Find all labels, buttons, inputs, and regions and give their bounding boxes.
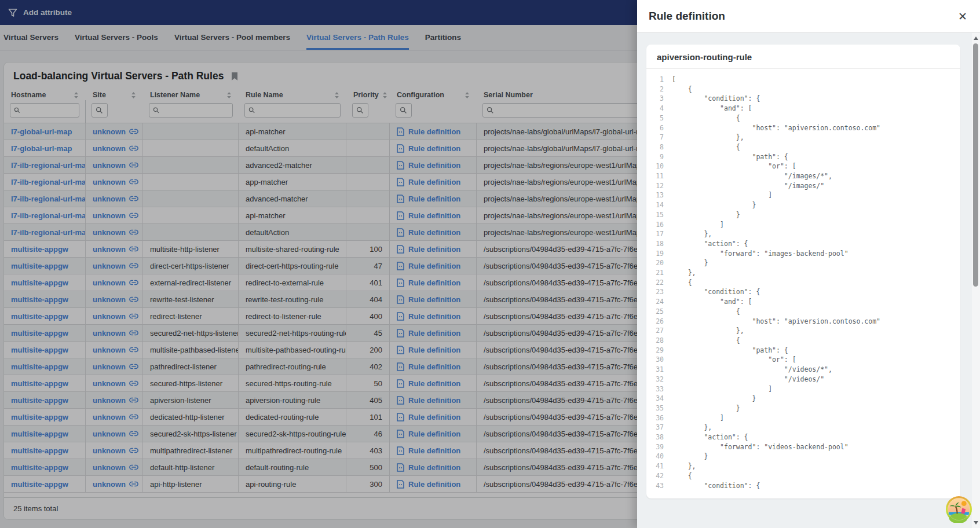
code-line: 8 { bbox=[646, 142, 960, 152]
line-number: 3 bbox=[646, 94, 672, 104]
line-number: 13 bbox=[646, 190, 672, 200]
line-number: 43 bbox=[646, 481, 672, 491]
panel-body: apiversion-routing-rule 1[2 {3 "conditio… bbox=[637, 33, 980, 528]
close-icon[interactable]: ✕ bbox=[958, 11, 967, 22]
code-line: 43 "condition": { bbox=[646, 481, 960, 491]
line-number: 1 bbox=[646, 75, 672, 85]
line-number: 25 bbox=[646, 307, 672, 317]
code-line: 35 } bbox=[646, 404, 960, 413]
line-number: 32 bbox=[646, 375, 672, 384]
line-number: 20 bbox=[646, 258, 672, 268]
code-line: 26 "host": "apiversion.contoso.com" bbox=[646, 317, 960, 327]
rule-code-card: apiversion-routing-rule 1[2 {3 "conditio… bbox=[646, 45, 960, 498]
line-number: 39 bbox=[646, 442, 672, 452]
line-number: 37 bbox=[646, 423, 672, 432]
code-line: 33 ] bbox=[646, 384, 960, 394]
line-number: 24 bbox=[646, 297, 672, 307]
line-number: 36 bbox=[646, 413, 672, 423]
code-line: 1[ bbox=[646, 75, 960, 85]
scrollbar-thumb[interactable] bbox=[973, 43, 978, 287]
code-line: 31 "/videos/*", bbox=[646, 365, 960, 375]
code-line: 10 "or": [ bbox=[646, 162, 960, 171]
line-number: 8 bbox=[646, 142, 672, 152]
line-number: 11 bbox=[646, 171, 672, 181]
code-line: 36 ] bbox=[646, 413, 960, 423]
line-number: 18 bbox=[646, 239, 672, 249]
line-number: 35 bbox=[646, 404, 672, 413]
line-number: 17 bbox=[646, 229, 672, 239]
line-number: 7 bbox=[646, 133, 672, 142]
code-line: 6 "host": "apiversion.contoso.com" bbox=[646, 123, 960, 133]
code-line: 41 }, bbox=[646, 461, 960, 471]
scroll-up-icon[interactable] bbox=[974, 36, 978, 40]
code-line: 14 } bbox=[646, 200, 960, 210]
code-line: 23 "condition": { bbox=[646, 287, 960, 297]
code-line: 40 } bbox=[646, 452, 960, 461]
line-number: 12 bbox=[646, 181, 672, 191]
line-number: 22 bbox=[646, 278, 672, 288]
code-line: 18 "action": { bbox=[646, 239, 960, 249]
code-line: 25 { bbox=[646, 307, 960, 317]
line-number: 28 bbox=[646, 336, 672, 346]
code-line: 32 "/videos/" bbox=[646, 375, 960, 384]
line-number: 38 bbox=[646, 432, 672, 442]
line-number: 15 bbox=[646, 210, 672, 220]
code-line: 24 "and": [ bbox=[646, 297, 960, 307]
line-number: 21 bbox=[646, 268, 672, 278]
panel-header: Rule definition ✕ bbox=[637, 0, 980, 33]
island-sticker bbox=[945, 496, 972, 523]
code-line: 7 }, bbox=[646, 133, 960, 142]
line-number: 19 bbox=[646, 249, 672, 259]
code-line: 11 "/images/*", bbox=[646, 171, 960, 181]
panel-scrollbar[interactable] bbox=[972, 33, 980, 528]
code-line: 37 }, bbox=[646, 423, 960, 432]
line-number: 5 bbox=[646, 113, 672, 123]
code-line: 4 "and": [ bbox=[646, 104, 960, 113]
code-line: 29 "path": { bbox=[646, 346, 960, 355]
code-line: 15 } bbox=[646, 210, 960, 220]
code-line: 17 }, bbox=[646, 229, 960, 239]
code-line: 9 "path": { bbox=[646, 152, 960, 162]
code-line: 30 "or": [ bbox=[646, 355, 960, 365]
code-line: 39 "forward": "videos-backend-pool" bbox=[646, 442, 960, 452]
code-line: 3 "condition": { bbox=[646, 94, 960, 104]
line-number: 10 bbox=[646, 162, 672, 171]
code-line: 16 ] bbox=[646, 220, 960, 230]
code-line: 13 ] bbox=[646, 190, 960, 200]
rule-name-heading: apiversion-routing-rule bbox=[646, 45, 960, 69]
code-line: 22 { bbox=[646, 278, 960, 288]
line-number: 42 bbox=[646, 471, 672, 481]
line-number: 34 bbox=[646, 394, 672, 404]
line-number: 6 bbox=[646, 123, 672, 133]
line-number: 41 bbox=[646, 461, 672, 471]
line-number: 30 bbox=[646, 355, 672, 365]
code-line: 19 "forward": "images-backend-pool" bbox=[646, 249, 960, 259]
code-line: 38 "action": { bbox=[646, 432, 960, 442]
line-number: 23 bbox=[646, 287, 672, 297]
line-number: 40 bbox=[646, 452, 672, 461]
code-line: 42 { bbox=[646, 471, 960, 481]
code-line: 27 }, bbox=[646, 326, 960, 336]
code-line: 34 } bbox=[646, 394, 960, 404]
line-number: 2 bbox=[646, 85, 672, 94]
modal-dim-overlay bbox=[0, 0, 637, 528]
code-line: 5 { bbox=[646, 113, 960, 123]
line-number: 26 bbox=[646, 317, 672, 327]
rule-definition-panel: Rule definition ✕ apiversion-routing-rul… bbox=[637, 0, 980, 528]
code-line: 12 "/images/" bbox=[646, 181, 960, 191]
line-number: 14 bbox=[646, 200, 672, 210]
code-line: 2 { bbox=[646, 85, 960, 94]
code-line: 20 } bbox=[646, 258, 960, 268]
line-number: 4 bbox=[646, 104, 672, 113]
line-number: 27 bbox=[646, 326, 672, 336]
line-number: 9 bbox=[646, 152, 672, 162]
line-number: 29 bbox=[646, 346, 672, 355]
code-block: 1[2 {3 "condition": {4 "and": [5 {6 "hos… bbox=[646, 69, 960, 498]
scroll-down-icon[interactable] bbox=[974, 521, 978, 525]
line-number: 33 bbox=[646, 384, 672, 394]
code-line: 28 { bbox=[646, 336, 960, 346]
line-number: 16 bbox=[646, 220, 672, 230]
code-line: 21 }, bbox=[646, 268, 960, 278]
panel-title: Rule definition bbox=[649, 10, 725, 23]
line-number: 31 bbox=[646, 365, 672, 375]
